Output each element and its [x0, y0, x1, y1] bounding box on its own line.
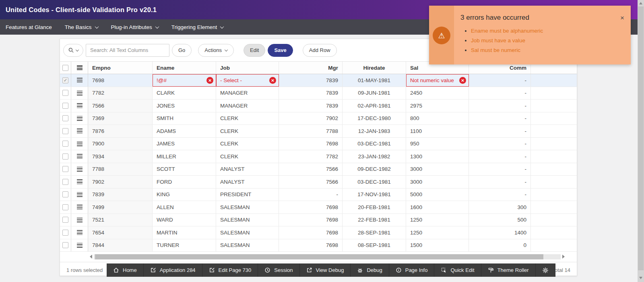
cell-empno[interactable]: 7654 — [88, 226, 153, 239]
cell-sal[interactable]: 1250 — [406, 226, 469, 239]
cell-job[interactable]: CLERK — [216, 138, 279, 150]
cell-hiredate[interactable]: 28-SEP-1981 — [343, 226, 406, 239]
cell-sal[interactable]: 800 — [406, 112, 469, 125]
header-menu-cell[interactable] — [71, 62, 88, 74]
row-menu-cell[interactable] — [71, 214, 88, 226]
row-checkbox[interactable] — [62, 242, 68, 248]
row-menu-cell[interactable] — [71, 176, 88, 188]
cell-hiredate[interactable]: 09-DEC-1982 — [343, 163, 406, 176]
cell-mgr[interactable]: 7782 — [279, 150, 343, 163]
cell-job[interactable]: CLERK — [216, 150, 279, 163]
cell-job[interactable]: ANALYST — [216, 176, 279, 188]
cell-comm[interactable]: - — [469, 138, 531, 150]
cell-mgr[interactable]: - — [279, 189, 343, 201]
nav-item-the-basics[interactable]: The Basics — [58, 19, 105, 35]
devbar-quick-edit[interactable]: Quick Edit — [434, 263, 481, 277]
cell-sal[interactable]: 950 — [406, 138, 469, 150]
cell-hiredate[interactable]: 03-DEC-1981 — [343, 138, 406, 150]
cell-mgr[interactable]: 7566 — [279, 163, 343, 176]
cell-mgr[interactable]: 7566 — [279, 176, 343, 188]
row-checkbox[interactable] — [62, 217, 68, 223]
row-menu-cell[interactable] — [71, 226, 88, 239]
cell-hiredate[interactable]: 23-JAN-1982 — [343, 150, 406, 163]
page-scrollbar[interactable] — [638, 0, 644, 282]
row-checkbox[interactable] — [62, 90, 68, 96]
row-checkbox[interactable] — [62, 204, 68, 210]
devbar-home[interactable]: Home — [107, 263, 144, 277]
row-checkbox[interactable] — [62, 166, 68, 172]
row-menu-cell[interactable] — [71, 112, 88, 125]
close-icon[interactable]: × — [620, 15, 624, 21]
devbar-debug[interactable]: Debug — [351, 263, 389, 277]
cell-comm[interactable]: - — [469, 163, 531, 176]
row-checkbox[interactable] — [62, 141, 68, 147]
cell-job[interactable]: PRESIDENT — [216, 189, 279, 201]
cell-ename[interactable]: SCOTT — [153, 163, 216, 176]
cell-ename[interactable]: MILLER — [153, 150, 216, 163]
cell-comm[interactable]: - — [469, 150, 531, 163]
go-button[interactable]: Go — [172, 44, 192, 57]
cell-empno[interactable]: 7369 — [88, 112, 153, 125]
cell-sal[interactable]: 1600 — [406, 201, 469, 214]
cell-sal[interactable]: 2450 — [406, 87, 469, 100]
cell-job[interactable]: MANAGER — [216, 87, 279, 100]
row-menu-cell[interactable] — [71, 201, 88, 214]
cell-empno[interactable]: 7839 — [88, 189, 153, 201]
cell-hiredate[interactable]: 17-DEC-1980 — [343, 112, 406, 125]
actions-button[interactable]: Actions — [198, 44, 234, 57]
cell-comm[interactable]: 0 — [469, 239, 531, 252]
scroll-left-arrow[interactable] — [90, 255, 92, 259]
cell-empno[interactable]: 7566 — [88, 100, 153, 112]
row-menu-cell[interactable] — [71, 138, 88, 150]
row-menu-cell[interactable] — [71, 100, 88, 112]
row-menu-cell[interactable] — [71, 189, 88, 201]
cell-mgr[interactable]: 7698 — [279, 201, 343, 214]
cell-sal[interactable]: Not numeric value× — [406, 74, 469, 87]
cell-ename[interactable]: MARTIN — [153, 226, 216, 239]
cell-hiredate[interactable]: 03-DEC-1981 — [343, 176, 406, 188]
cell-hiredate[interactable]: 09-JUN-1981 — [343, 87, 406, 100]
cell-hiredate[interactable]: 02-APR-1981 — [343, 100, 406, 112]
cell-empno[interactable]: 7698 — [88, 74, 153, 87]
nav-item-plugin-attributes[interactable]: Plug-in Attributes — [105, 19, 165, 35]
row-menu-cell[interactable] — [71, 239, 88, 252]
cell-mgr[interactable]: 7902 — [279, 112, 343, 125]
cell-mgr[interactable]: 7698 — [279, 226, 343, 239]
cell-comm[interactable]: 500 — [469, 214, 531, 226]
row-menu-cell[interactable] — [71, 163, 88, 176]
cell-ename[interactable]: WARD — [153, 214, 216, 226]
cell-empno[interactable]: 7934 — [88, 150, 153, 163]
cell-ename[interactable]: TURNER — [153, 239, 216, 252]
cell-ename[interactable]: !@#× — [153, 74, 216, 87]
cell-mgr[interactable]: 7839 — [279, 74, 343, 87]
page-scrollbar-thumb[interactable] — [638, 6, 644, 270]
nav-item-triggering-element[interactable]: Triggering Element — [165, 19, 230, 35]
row-menu-cell[interactable] — [71, 150, 88, 163]
devbar-theme-roller[interactable]: Theme Roller — [481, 263, 536, 277]
cell-job[interactable]: CLERK — [216, 112, 279, 125]
cell-job[interactable]: - Select -× — [216, 74, 279, 87]
cell-mgr[interactable]: 7698 — [279, 138, 343, 150]
cell-sal[interactable]: 1500 — [406, 239, 469, 252]
cell-sal[interactable]: 1300 — [406, 150, 469, 163]
row-checkbox[interactable] — [62, 230, 68, 236]
cell-ename[interactable]: KING — [153, 189, 216, 201]
error-link[interactable]: Sal must be numeric — [471, 47, 520, 53]
devbar-view-debug[interactable]: View Debug — [300, 263, 351, 277]
error-link[interactable]: Job must have a value — [471, 37, 525, 44]
select-all-checkbox[interactable] — [62, 65, 68, 71]
column-header-hiredate[interactable]: Hiredate — [343, 62, 406, 74]
cell-empno[interactable]: 7900 — [88, 138, 153, 150]
cell-sal[interactable]: 1100 — [406, 125, 469, 137]
cell-hiredate[interactable]: 12-JAN-1983 — [343, 125, 406, 137]
cell-empno[interactable]: 7499 — [88, 201, 153, 214]
cell-comm[interactable]: - — [469, 112, 531, 125]
cell-job[interactable]: SALESMAN — [216, 214, 279, 226]
cell-mgr[interactable]: 7839 — [279, 100, 343, 112]
cell-empno[interactable]: 7902 — [88, 176, 153, 188]
cell-ename[interactable]: JONES — [153, 100, 216, 112]
cell-mgr[interactable]: 7698 — [279, 214, 343, 226]
cell-job[interactable]: MANAGER — [216, 100, 279, 112]
cell-job[interactable]: ANALYST — [216, 163, 279, 176]
cell-job[interactable]: SALESMAN — [216, 239, 279, 252]
